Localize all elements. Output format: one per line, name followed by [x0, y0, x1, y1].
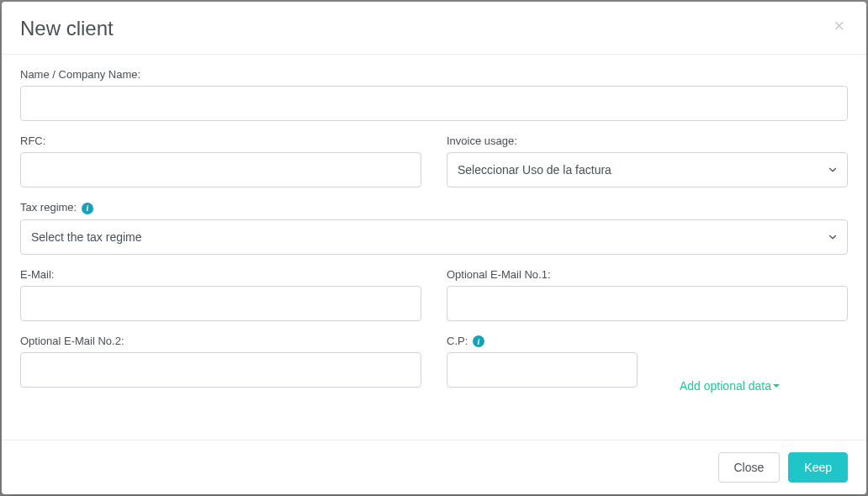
modal-header: New client × — [2, 2, 866, 55]
optional-email2-group: Optional E-Mail No.2: — [20, 335, 421, 388]
modal-title: New client — [20, 17, 114, 40]
tax-regime-select[interactable]: Select the tax regime — [20, 219, 848, 255]
tax-regime-label: Tax regime: i — [20, 201, 848, 214]
close-button[interactable]: Close — [718, 452, 781, 483]
keep-button[interactable]: Keep — [788, 452, 848, 483]
optional-email1-label: Optional E-Mail No.1: — [447, 268, 848, 281]
invoice-usage-group: Invoice usage: Seleccionar Uso de la fac… — [447, 135, 848, 187]
add-optional-group: Add optional data — [663, 335, 848, 402]
optional-email1-group: Optional E-Mail No.1: — [447, 268, 848, 321]
cp-group: C.P: i — [447, 335, 638, 388]
info-icon[interactable]: i — [82, 203, 93, 214]
rfc-label: RFC: — [20, 135, 421, 147]
rfc-input[interactable] — [20, 152, 421, 187]
cp-input[interactable] — [447, 352, 638, 388]
caret-down-icon — [773, 384, 780, 388]
optional-email2-label: Optional E-Mail No.2: — [20, 335, 421, 347]
modal-body: Name / Company Name: RFC: Invoice usage:… — [2, 55, 866, 440]
info-icon[interactable]: i — [473, 335, 484, 347]
invoice-usage-select[interactable]: Seleccionar Uso de la factura — [447, 152, 848, 187]
name-label: Name / Company Name: — [20, 68, 848, 81]
rfc-group: RFC: — [20, 135, 421, 187]
name-group: Name / Company Name: — [20, 68, 848, 121]
invoice-usage-label: Invoice usage: — [447, 135, 848, 147]
optional-email2-input[interactable] — [20, 352, 421, 388]
email-input[interactable] — [20, 286, 421, 321]
modal-footer: Close Keep — [2, 440, 866, 494]
cp-label: C.P: i — [447, 335, 638, 348]
add-optional-data-link[interactable]: Add optional data — [680, 379, 780, 393]
optional-email1-input[interactable] — [447, 286, 848, 321]
tax-regime-group: Tax regime: i Select the tax regime — [20, 201, 848, 255]
new-client-modal: New client × Name / Company Name: RFC: I… — [2, 2, 866, 494]
close-icon[interactable]: × — [830, 17, 848, 35]
name-input[interactable] — [20, 86, 848, 121]
email-label: E-Mail: — [20, 268, 421, 281]
email-group: E-Mail: — [20, 268, 421, 321]
